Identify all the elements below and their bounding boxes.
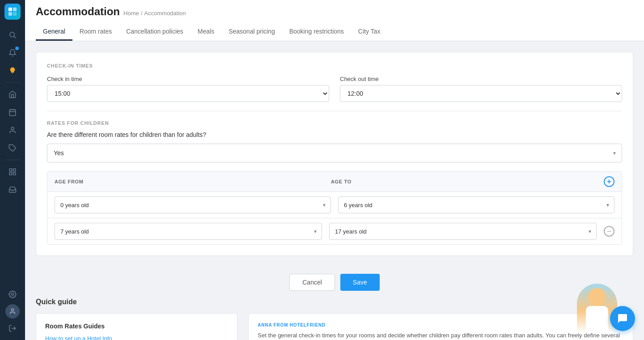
svg-rect-2 [8,12,12,16]
age-from-select-1[interactable]: 0 years old1 years old2 years old3 years… [55,196,331,213]
tab-bar: General Room rates Cancellation policies… [36,23,633,41]
svg-rect-15 [13,173,16,175]
content-area: CHECK-IN TIMES Check in time 00:0001:000… [25,41,644,340]
age-to-select-1[interactable]: 0 years old1 years old2 years old3 years… [338,196,614,213]
quick-guide-title: Quick guide [36,298,633,306]
tab-booking[interactable]: Booking restrictions [282,23,351,41]
anna-badge: ANNA FROM HOTELFRIEND [258,323,624,327]
inbox-nav-icon[interactable] [4,182,21,198]
age-from-header-label: AGE FROM [55,179,324,184]
room-rates-guide-card: Room Rates Guides How to set up a Hotel … [36,313,237,340]
bulb-nav-icon[interactable] [4,63,21,79]
tag-nav-icon[interactable] [4,140,21,156]
rates-question: Are there different room rates for child… [47,131,622,138]
check-in-select[interactable]: 00:0001:0002:0003:0004:0005:0006:0007:00… [47,85,329,102]
logo[interactable] [4,4,21,20]
tab-meals[interactable]: Meals [191,23,221,41]
svg-rect-6 [9,110,16,116]
chat-widget[interactable] [610,306,635,331]
user-nav-icon[interactable] [4,122,21,138]
svg-rect-3 [13,12,17,16]
check-in-label: Check in time [47,76,329,82]
tab-general[interactable]: General [36,23,72,41]
breadcrumb: Home / Accommodation [123,10,186,17]
notification-badge [15,47,19,50]
anna-guide-card: ANNA FROM HOTELFRIEND Set the general ch… [248,313,633,340]
grid-nav-icon[interactable] [4,164,21,180]
age-range-row: 0 years old1 years old2 years old3 years… [47,192,622,218]
settings-nav-icon[interactable] [4,286,21,302]
main-content: Accommodation Home / Accommodation Gener… [25,0,644,340]
sidebar-divider-2 [5,160,20,160]
age-from-select-wrapper-1: 0 years old1 years old2 years old3 years… [55,196,331,213]
age-from-select-wrapper-2: 0 years old1 years old2 years old3 years… [55,223,322,240]
age-to-select-wrapper-2: 0 years old1 years old2 years old3 years… [329,223,597,240]
sidebar [0,0,25,340]
tab-city-tax[interactable]: City Tax [351,23,388,41]
check-out-label: Check out time [340,76,622,82]
user-avatar[interactable] [5,304,20,319]
save-button[interactable]: Save [340,274,380,291]
anna-text: Set the general check-in times for your … [258,331,624,340]
check-in-card: CHECK-IN TIMES Check in time 00:0001:000… [36,52,633,256]
svg-point-17 [11,309,13,311]
svg-line-5 [14,36,16,38]
cancel-button[interactable]: Cancel [289,274,335,291]
tab-cancellation[interactable]: Cancellation policies [119,23,191,41]
page-title: Accommodation [36,5,120,18]
guide-link-hotel-info[interactable]: How to set up a Hotel Info [45,335,228,340]
rates-children-label: RATES FOR CHILDREN [47,120,622,126]
tab-room-rates[interactable]: Room rates [72,23,119,41]
age-range-section: AGE FROM AGE TO + 0 years old1 years old… [47,171,622,245]
age-to-select-2[interactable]: 0 years old1 years old2 years old3 years… [329,223,597,240]
bell-nav-icon[interactable] [4,45,21,61]
svg-rect-0 [8,8,12,11]
check-in-group: Check in time 00:0001:0002:0003:0004:000… [47,76,329,102]
check-time-row: Check in time 00:0001:0002:0003:0004:000… [47,76,622,102]
rates-answer-wrapper: YesNo ▼ [47,144,622,162]
home-nav-icon[interactable] [4,86,21,102]
check-out-group: Check out time 00:0001:0002:0003:0004:00… [340,76,622,102]
search-nav-icon[interactable] [4,27,21,43]
sidebar-divider-1 [5,82,20,83]
svg-rect-13 [13,169,16,171]
quick-guide-cards: Room Rates Guides How to set up a Hotel … [36,313,633,340]
check-in-section-label: CHECK-IN TIMES [47,63,622,68]
rates-answer-select[interactable]: YesNo [47,144,622,162]
quick-guide-section: Quick guide Room Rates Guides How to set… [36,298,633,340]
header-top: Accommodation Home / Accommodation [36,5,633,18]
breadcrumb-current[interactable]: Accommodation [144,10,186,17]
breadcrumb-home[interactable]: Home [123,10,139,17]
age-range-header: AGE FROM AGE TO + [47,171,622,192]
anna-content: ANNA FROM HOTELFRIEND Set the general ch… [258,323,624,340]
svg-rect-1 [13,8,17,11]
svg-rect-12 [9,169,12,171]
page-header: Accommodation Home / Accommodation Gener… [25,0,644,41]
tab-seasonal[interactable]: Seasonal pricing [221,23,282,41]
age-to-select-wrapper-1: 0 years old1 years old2 years old3 years… [338,196,614,213]
section-divider [47,111,622,111]
breadcrumb-sep: / [141,10,143,17]
add-age-range-button[interactable]: + [604,176,614,187]
svg-point-16 [12,293,14,296]
guide-card-title: Room Rates Guides [45,323,228,330]
svg-rect-14 [9,173,12,175]
check-out-select[interactable]: 00:0001:0002:0003:0004:0005:0006:0007:00… [340,85,622,102]
age-range-row: 0 years old1 years old2 years old3 years… [47,218,622,245]
age-to-header-label: AGE TO [324,179,600,184]
svg-point-4 [10,32,15,37]
age-from-select-2[interactable]: 0 years old1 years old2 years old3 years… [55,223,322,240]
action-bar: Cancel Save [36,267,633,298]
remove-age-range-button[interactable]: − [604,226,614,237]
calendar-nav-icon[interactable] [4,104,21,120]
logout-nav-icon[interactable] [4,320,21,336]
svg-point-10 [11,127,14,130]
